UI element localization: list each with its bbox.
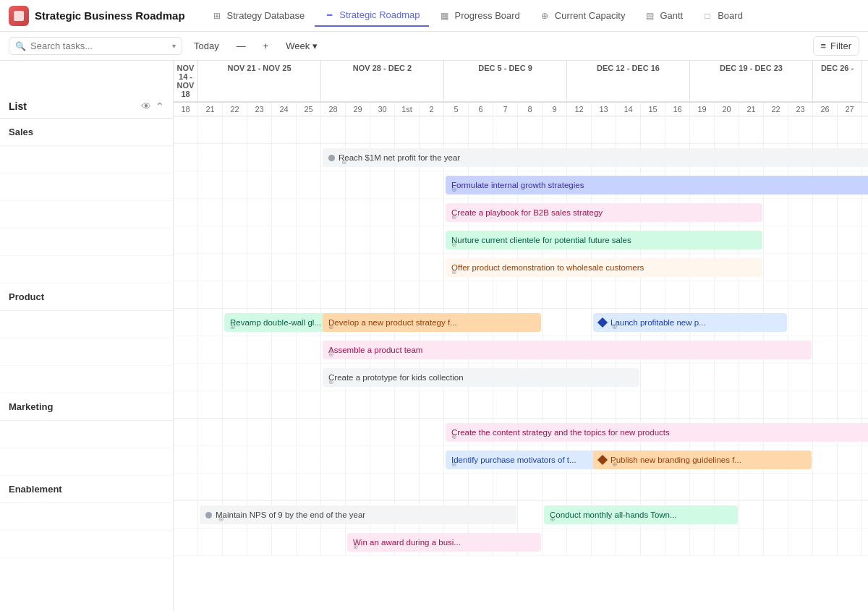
grid-cell — [370, 474, 395, 500]
filter-button[interactable]: ≡ Filter — [813, 36, 859, 56]
week-button[interactable]: Week ▾ — [280, 38, 323, 54]
grid-cell — [198, 419, 223, 445]
gantt-right[interactable]: NOV 14 - NOV 18NOV 21 - NOV 25NOV 28 - D… — [174, 61, 868, 611]
grid-cell — [665, 116, 690, 143]
grid-cell — [272, 116, 297, 143]
grid-cell — [813, 501, 838, 528]
today-button[interactable]: Today — [188, 38, 225, 54]
search-dropdown-arrow[interactable]: ▾ — [172, 42, 176, 50]
collapse-icon[interactable]: ⌃ — [156, 101, 164, 112]
grid-cell — [174, 144, 198, 171]
toolbar: 🔍 ▾ Today — + Week ▾ ≡ Filter — [0, 32, 868, 61]
grid-cell — [174, 171, 198, 198]
grid-cell — [272, 419, 297, 445]
tab-current-capacity[interactable]: ⊕ Current Capacity — [530, 6, 634, 26]
grid-cell — [665, 529, 690, 555]
grid-cell — [223, 391, 247, 418]
grid-cell — [370, 199, 395, 226]
grid-cell — [616, 116, 641, 143]
tab-gantt[interactable]: ▤ Gantt — [635, 6, 692, 26]
grid-cell — [838, 501, 862, 528]
grid-cell — [542, 309, 567, 336]
grid-cell — [395, 171, 420, 198]
grid-cell — [346, 116, 370, 143]
grid-cell — [321, 171, 346, 198]
gantt-bar-row: Create a prototype for kids collection⊕ — [174, 364, 868, 391]
grid-cell — [592, 116, 616, 143]
gantt-bar[interactable]: Create a prototype for kids collection⊕ — [323, 368, 639, 387]
day-header: 26 — [813, 103, 838, 116]
grid-cell — [198, 226, 223, 253]
gantt-bar[interactable]: Develop a new product strategy f...⊕ — [323, 313, 541, 332]
tab-board[interactable]: □ Board — [693, 6, 752, 26]
grid-cell — [247, 364, 272, 390]
gantt-bar[interactable]: Offer product demonstration to wholesale… — [446, 258, 762, 277]
grid-cell — [641, 364, 665, 390]
gantt-bar[interactable]: Conduct monthly all-hands Town...⊕ — [544, 505, 738, 524]
grid-cell — [174, 336, 198, 363]
gantt-bar[interactable]: Assemble a product team⊕ — [323, 341, 812, 359]
grid-cell — [592, 474, 616, 500]
gantt-bar[interactable]: Create the content strategy and the topi… — [446, 423, 868, 442]
search-box[interactable]: 🔍 ▾ — [9, 37, 182, 55]
grid-cell — [469, 391, 493, 418]
grid-cell — [297, 391, 321, 418]
day-header: 16 — [665, 103, 690, 116]
grid-cell — [272, 226, 297, 253]
tab-strategic-roadmap[interactable]: ━ Strategic Roadmap — [315, 5, 428, 27]
grid-cell — [788, 254, 813, 281]
grid-cell — [395, 254, 420, 281]
grid-cell — [838, 226, 862, 253]
grid-cell — [616, 529, 641, 555]
gantt-bar[interactable]: Maintain NPS of 9 by the end of the year… — [200, 505, 516, 524]
grid-cell — [297, 364, 321, 390]
zoom-out-button[interactable]: — — [231, 38, 252, 54]
grid-cell — [665, 281, 690, 308]
grid-cell — [395, 391, 420, 418]
board-icon: ▦ — [439, 10, 451, 22]
grid-cell — [198, 336, 223, 363]
gantt-bar[interactable]: Nurture current clientele for potential … — [446, 231, 762, 249]
grid-cell — [346, 419, 370, 445]
grid-cell — [518, 281, 542, 308]
grid-cell — [346, 446, 370, 473]
grid-cell — [321, 474, 346, 500]
tab-strategy-database[interactable]: ⊞ Strategy Database — [203, 6, 314, 26]
tab-progress-board[interactable]: ▦ Progress Board — [430, 6, 529, 26]
grid-cell — [469, 281, 493, 308]
grid-cell — [174, 419, 198, 445]
left-group-sales: Sales — [0, 119, 173, 146]
gantt-bar[interactable]: Formulate internal growth strategies⊕ — [446, 176, 868, 195]
gantt-bar-row: Maintain NPS of 9 by the end of the year… — [174, 501, 868, 529]
app-icon — [9, 6, 29, 26]
grid-cell — [788, 529, 813, 555]
day-header: 18 — [174, 103, 198, 116]
left-row — [0, 311, 173, 338]
gantt-bar[interactable]: Win an award during a busi...⊕ — [347, 533, 541, 552]
hide-icon[interactable]: 👁 — [141, 101, 151, 112]
gantt-bar[interactable]: Reach $1M net profit for the year⊕ — [323, 148, 868, 167]
search-input[interactable] — [30, 40, 146, 51]
grid-cell — [297, 199, 321, 226]
gantt-bar[interactable]: Create a playbook for B2B sales strategy… — [446, 203, 762, 222]
day-header: 24 — [272, 103, 297, 116]
grid-cell — [641, 474, 665, 500]
grid-cell — [518, 116, 542, 143]
grid-cell — [370, 171, 395, 198]
zoom-in-button[interactable]: + — [258, 38, 275, 54]
left-row — [0, 531, 173, 558]
grid-cell — [420, 391, 444, 418]
gantt-bar[interactable]: Publish new branding guidelines f...⊕ — [593, 450, 812, 469]
gantt-bar[interactable]: Launch profitable new p...⊕ — [593, 313, 787, 332]
grid-cell — [174, 446, 198, 473]
grid-cell — [739, 364, 764, 390]
grid-cell — [739, 501, 764, 528]
grid-cell — [567, 309, 592, 336]
grid-cell — [346, 281, 370, 308]
day-header: 23 — [247, 103, 272, 116]
left-row — [0, 503, 173, 531]
grid-cell — [542, 281, 567, 308]
grid-cell — [420, 419, 444, 445]
grid-cell — [690, 529, 715, 555]
grid-cell — [174, 254, 198, 281]
